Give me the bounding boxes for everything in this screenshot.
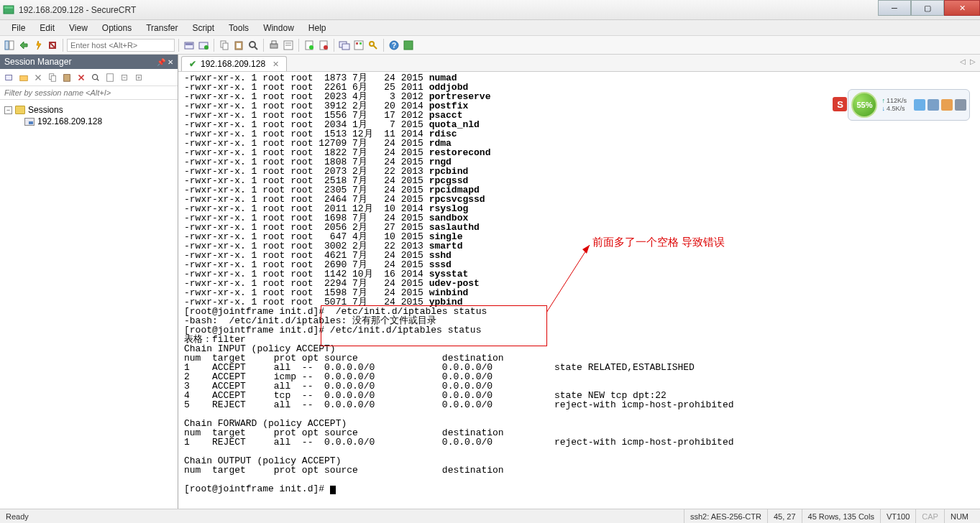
cut-icon[interactable] — [32, 71, 45, 84]
svg-rect-17 — [272, 41, 276, 44]
svg-rect-27 — [354, 41, 363, 50]
svg-line-15 — [255, 47, 257, 50]
connected-icon: ✔ — [189, 59, 196, 69]
widget-speeds: 112K/s 4.5K/s — [879, 97, 910, 113]
connect-bar-icon[interactable] — [46, 39, 59, 52]
svg-rect-38 — [51, 75, 55, 81]
svg-rect-2 — [5, 41, 9, 50]
find-tree-icon[interactable] — [89, 71, 102, 84]
copy-icon[interactable] — [218, 39, 231, 52]
disconnect-icon[interactable] — [197, 39, 210, 52]
tabbar: ✔ 192.168.209.128 ✕ ◁ ▷ — [178, 55, 980, 72]
toolbar: ? — [0, 36, 980, 55]
svg-point-40 — [93, 74, 98, 79]
svg-rect-36 — [20, 75, 28, 80]
svg-rect-29 — [360, 42, 362, 45]
svg-point-14 — [249, 42, 255, 47]
properties-icon[interactable] — [282, 39, 295, 52]
expander-icon[interactable]: − — [4, 106, 12, 114]
close-button[interactable]: ✕ — [944, 0, 980, 16]
menu-view[interactable]: View — [63, 22, 93, 34]
paste-icon[interactable] — [232, 39, 245, 52]
menu-tools[interactable]: Tools — [223, 22, 255, 34]
session-manager-title: Session Manager — [4, 57, 71, 67]
svg-point-22 — [309, 45, 313, 50]
menu-help[interactable]: Help — [303, 22, 332, 34]
paste-tree-icon[interactable] — [60, 71, 73, 84]
quick-connect-icon[interactable] — [32, 39, 45, 52]
tab-prev-icon[interactable]: ◁ — [960, 57, 966, 65]
public-key-icon[interactable] — [367, 39, 380, 52]
svg-point-9 — [204, 45, 209, 50]
widget-down: 4.5K/s — [881, 105, 907, 113]
new-session-icon[interactable] — [338, 39, 351, 52]
widget-tool-4[interactable] — [955, 99, 966, 111]
widget-percent: 55% — [851, 92, 877, 118]
statusbar: Ready ssh2: AES-256-CTR 45, 27 45 Rows, … — [0, 509, 980, 523]
status-term: VT100 — [880, 509, 915, 523]
pin-icon[interactable]: 📌 ✕ — [157, 58, 173, 66]
expand-tree-icon[interactable] — [118, 71, 131, 84]
collapse-tree-icon[interactable] — [132, 71, 145, 84]
widget-tool-2[interactable] — [928, 99, 939, 111]
svg-text:?: ? — [392, 42, 396, 50]
session-tree[interactable]: − Sessions 192.168.209.128 — [0, 100, 178, 131]
widget-badge[interactable]: S — [833, 97, 847, 111]
connect-icon[interactable] — [17, 39, 30, 52]
terminal-pane: ✔ 192.168.209.128 ✕ ◁ ▷ -rwxr-xr-x. 1 ro… — [178, 55, 980, 509]
print-icon[interactable] — [267, 39, 280, 52]
trace-icon[interactable] — [317, 39, 330, 52]
options-icon[interactable] — [352, 39, 365, 52]
filter-input[interactable] — [0, 86, 178, 100]
svg-rect-34 — [404, 41, 413, 50]
svg-rect-13 — [237, 43, 241, 48]
menu-options[interactable]: Options — [96, 22, 137, 34]
status-pos: 45, 27 — [767, 509, 802, 523]
delete-icon[interactable] — [75, 71, 88, 84]
tree-root-label: Sessions — [28, 105, 63, 115]
tab-close-icon[interactable]: ✕ — [273, 60, 279, 69]
menu-transfer[interactable]: Transfer — [140, 22, 183, 34]
log-icon[interactable] — [303, 39, 316, 52]
svg-rect-28 — [356, 42, 358, 45]
minimize-button[interactable]: ─ — [878, 0, 911, 16]
tree-root[interactable]: − Sessions — [4, 104, 173, 116]
app-icon — [3, 4, 14, 16]
reconnect-icon[interactable] — [183, 39, 196, 52]
widget-up: 112K/s — [881, 97, 907, 105]
network-widget[interactable]: S 55% 112K/s 4.5K/s — [848, 89, 970, 121]
tree-session-label: 192.168.209.128 — [37, 116, 102, 126]
svg-line-31 — [373, 45, 377, 49]
find-icon[interactable] — [247, 39, 260, 52]
annotation-text: 前面多了一个空格 导致错误 — [592, 236, 725, 249]
tree-session[interactable]: 192.168.209.128 — [4, 116, 173, 127]
terminal[interactable]: -rwxr-xr-x. 1 root root 1873 7月 24 2015 … — [178, 72, 980, 509]
svg-rect-1 — [4, 6, 13, 9]
svg-rect-26 — [342, 44, 349, 50]
new-session-tree-icon[interactable] — [3, 71, 16, 84]
tab-session[interactable]: ✔ 192.168.209.128 ✕ — [181, 56, 287, 71]
svg-point-24 — [324, 45, 328, 50]
menu-window[interactable]: Window — [257, 22, 300, 34]
window-title: 192.168.209.128 - SecureCRT — [19, 5, 136, 15]
session-manager-panel: Session Manager 📌 ✕ − Sessions 192. — [0, 55, 178, 509]
svg-rect-3 — [9, 41, 14, 50]
maximize-button[interactable]: ▢ — [911, 0, 944, 16]
copy-tree-icon[interactable] — [46, 71, 59, 84]
menu-file[interactable]: File — [6, 22, 31, 34]
help-icon[interactable]: ? — [388, 39, 400, 52]
menu-edit[interactable]: Edit — [34, 22, 60, 34]
svg-line-41 — [97, 78, 99, 80]
properties-tree-icon[interactable] — [104, 71, 116, 84]
titlebar: 192.168.209.128 - SecureCRT ─ ▢ ✕ — [0, 0, 980, 20]
about-icon[interactable] — [402, 39, 415, 52]
tab-next-icon[interactable]: ▷ — [970, 57, 976, 65]
session-manager-icon[interactable] — [3, 39, 16, 52]
menu-script[interactable]: Script — [186, 22, 220, 34]
widget-tool-1[interactable] — [914, 99, 925, 111]
widget-tool-3[interactable] — [941, 99, 953, 111]
host-input[interactable] — [67, 39, 175, 52]
new-folder-icon[interactable] — [17, 71, 30, 84]
svg-rect-35 — [6, 75, 12, 80]
status-dims: 45 Rows, 135 Cols — [802, 509, 880, 523]
